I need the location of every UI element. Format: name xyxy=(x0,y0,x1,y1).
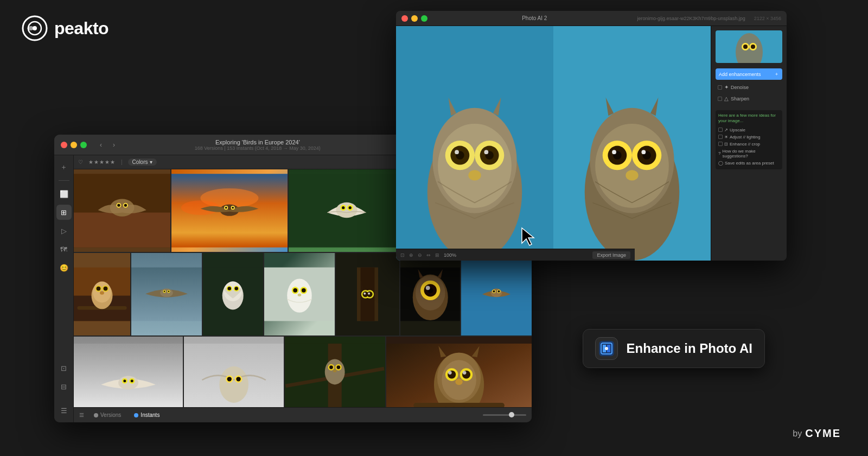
photoai-body: ⊡ ⊕ ⊖ ⇔ ⊞ 100% Export Image xyxy=(396,26,787,261)
svg-point-46 xyxy=(225,207,227,209)
svg-point-100 xyxy=(363,293,366,295)
svg-point-9 xyxy=(455,150,459,154)
svg-point-116 xyxy=(118,376,138,389)
export-button[interactable]: Export Image xyxy=(592,251,630,259)
sidebar-faces-icon[interactable]: 😊 xyxy=(56,260,72,275)
colors-filter-label: Colors xyxy=(132,159,148,165)
svg-point-136 xyxy=(337,365,341,369)
enhance-crop-label: Enhance // crop xyxy=(730,142,760,147)
versions-tab[interactable]: Versions xyxy=(91,411,124,419)
owl-after xyxy=(553,26,711,261)
bird-img-2-1 xyxy=(74,253,130,335)
star-rating[interactable]: ★★★★★ xyxy=(88,159,116,165)
menu-icon-bottom[interactable]: ☰ xyxy=(79,412,84,418)
photo-cell-1-2[interactable] xyxy=(171,169,288,252)
upscale-checkbox[interactable] xyxy=(718,128,723,132)
sharpen-checkbox[interactable] xyxy=(718,97,722,101)
photo-cell-2-4[interactable] xyxy=(264,253,335,335)
footer-icons: ⊡ ⊕ ⊖ ⇔ ⊞ 100% xyxy=(400,252,456,258)
zoom-fit-icon[interactable]: ⊡ xyxy=(400,252,405,258)
peakto-sidebar: ＋ ⬜ ⊞ ▷ 🗺 😊 ⊡ ⊟ ☰ xyxy=(54,155,74,422)
split-icon[interactable]: ⊞ xyxy=(435,252,439,258)
suggestions-info[interactable]: ? How do we make suggestions? xyxy=(718,148,780,160)
photo-bg-3-4 xyxy=(386,337,532,407)
sidebar-bottom-icon2[interactable]: ⊟ xyxy=(56,379,72,394)
favorite-icon[interactable]: ♡ xyxy=(78,159,83,165)
upscale-option[interactable]: ↗ Upscale xyxy=(718,126,780,134)
sidebar-add-button[interactable]: ＋ xyxy=(56,160,72,175)
forward-button[interactable]: › xyxy=(108,140,119,150)
photoai-thumbnail xyxy=(716,30,782,63)
photo-cell-2-6[interactable] xyxy=(400,253,461,335)
denoise-option[interactable]: ✦ Denoise xyxy=(716,83,782,91)
minimize-button[interactable] xyxy=(411,15,418,22)
close-button[interactable] xyxy=(401,15,408,22)
colors-filter-button[interactable]: Colors ▾ xyxy=(128,159,157,166)
traffic-lights xyxy=(61,142,87,148)
slider-thumb[interactable] xyxy=(509,412,514,417)
svg-point-84 xyxy=(228,287,232,290)
photo-bg-2-6 xyxy=(400,253,461,335)
photo-cell-3-4[interactable] xyxy=(386,337,532,407)
bird-img-2-5 xyxy=(336,253,399,335)
bird-img-3-4 xyxy=(386,337,532,407)
svg-point-92 xyxy=(297,294,301,296)
thumbnail-preview xyxy=(727,30,771,63)
minimize-window-button[interactable] xyxy=(71,142,77,148)
size-slider[interactable] xyxy=(483,414,526,416)
slider-track[interactable] xyxy=(483,414,526,416)
svg-point-71 xyxy=(104,287,108,291)
zoom-level: 100% xyxy=(444,252,456,258)
adjust-lighting-option[interactable]: ☀ Adjust // lighting xyxy=(718,134,780,141)
enhance-crop-checkbox[interactable] xyxy=(718,142,723,146)
sidebar-grid-icon[interactable]: ⊞ xyxy=(56,205,72,220)
photoai-filename: jeronimo-gijg.esaar-w22K3Kh7m9bp-unsplas… xyxy=(637,16,745,21)
back-button[interactable]: ‹ xyxy=(95,140,106,150)
photo-cell-3-2[interactable] xyxy=(184,337,284,407)
svg-point-147 xyxy=(463,371,467,375)
svg-point-114 xyxy=(498,290,500,293)
enhance-crop-option[interactable]: ⊡ Enhance // crop xyxy=(718,141,780,148)
photo-cell-2-1[interactable] xyxy=(74,253,130,335)
photo-cell-1-3[interactable] xyxy=(289,169,405,252)
bird-img-2-7 xyxy=(461,253,532,335)
close-window-button[interactable] xyxy=(61,142,67,148)
photo-cell-3-1[interactable] xyxy=(74,337,183,407)
sidebar-photos-icon[interactable]: ⬜ xyxy=(56,186,72,201)
photo-cell-1-1[interactable] xyxy=(74,169,170,252)
save-icon: ◯ xyxy=(718,161,723,166)
zoom-out-icon[interactable]: ⊖ xyxy=(418,252,422,258)
photoai-traffic-lights xyxy=(401,15,427,22)
add-enhancements-button[interactable]: Add enhancements ＋ xyxy=(716,68,782,80)
enhance-label: Enhance in Photo AI xyxy=(627,341,752,356)
svg-point-135 xyxy=(330,365,334,369)
nav-arrows: ‹ › xyxy=(95,140,119,150)
photo-cell-2-7[interactable] xyxy=(461,253,532,335)
photo-cell-2-5[interactable] xyxy=(336,253,399,335)
suggestions-label: How do we make suggestions? xyxy=(722,149,780,159)
enhance-tooltip[interactable]: Enhance in Photo AI xyxy=(583,329,765,368)
instants-label: Instants xyxy=(141,412,159,418)
sidebar-slideshow-icon[interactable]: ▷ xyxy=(56,223,72,238)
photo-cell-2-2[interactable] xyxy=(131,253,202,335)
compare-icon[interactable]: ⇔ xyxy=(426,252,431,258)
zoom-in-icon[interactable]: ⊕ xyxy=(409,252,413,258)
save-preset-option[interactable]: ◯ Save edits as area preset xyxy=(718,160,780,167)
peakto-logo-icon xyxy=(22,15,48,41)
fullscreen-window-button[interactable] xyxy=(80,142,87,148)
question-icon: ? xyxy=(718,151,720,156)
bird-img-2-2 xyxy=(131,253,202,335)
photo-cell-3-3[interactable] xyxy=(285,337,385,407)
sidebar-menu-icon[interactable]: ☰ xyxy=(56,403,72,418)
denoise-checkbox[interactable] xyxy=(718,85,722,90)
bird-img-3-1 xyxy=(74,337,183,407)
photo-cell-2-3[interactable] xyxy=(203,253,263,335)
sidebar-bottom-icon1[interactable]: ⊡ xyxy=(56,360,72,376)
instants-tab[interactable]: Instants xyxy=(131,411,163,419)
owl-face-right xyxy=(578,87,686,261)
sidebar-map-icon[interactable]: 🗺 xyxy=(56,242,72,257)
adjust-lighting-checkbox[interactable] xyxy=(718,135,723,139)
sharpen-option[interactable]: △ Sharpen xyxy=(716,94,782,103)
maximize-button[interactable] xyxy=(421,15,427,22)
photo-bg-2-5 xyxy=(336,253,399,335)
